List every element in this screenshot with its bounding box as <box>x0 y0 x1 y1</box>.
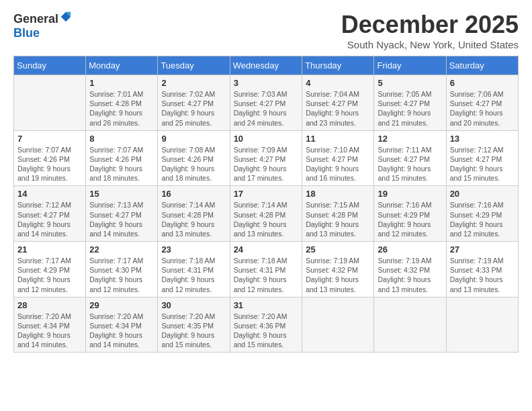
calendar-cell: 12Sunrise: 7:11 AMSunset: 4:27 PMDayligh… <box>374 130 446 186</box>
page-title: December 2025 <box>341 11 519 39</box>
day-info: Sunrise: 7:12 AMSunset: 4:27 PMDaylight:… <box>450 145 515 183</box>
day-number: 19 <box>378 189 442 199</box>
calendar-cell: 31Sunrise: 7:20 AMSunset: 4:36 PMDayligh… <box>230 297 302 353</box>
day-number: 9 <box>161 134 226 144</box>
calendar-cell: 17Sunrise: 7:14 AMSunset: 4:28 PMDayligh… <box>230 186 302 242</box>
day-number: 30 <box>161 300 226 310</box>
calendar-cell: 23Sunrise: 7:18 AMSunset: 4:31 PMDayligh… <box>158 242 230 298</box>
day-info: Sunrise: 7:19 AMSunset: 4:32 PMDaylight:… <box>378 256 442 294</box>
day-info: Sunrise: 7:18 AMSunset: 4:31 PMDaylight:… <box>234 256 299 294</box>
day-info: Sunrise: 7:07 AMSunset: 4:26 PMDaylight:… <box>89 145 154 183</box>
calendar-cell: 14Sunrise: 7:12 AMSunset: 4:27 PMDayligh… <box>14 186 86 242</box>
day-info: Sunrise: 7:10 AMSunset: 4:27 PMDaylight:… <box>306 145 370 183</box>
calendar-cell <box>302 297 374 353</box>
day-number: 12 <box>378 134 442 144</box>
calendar-week-4: 21Sunrise: 7:17 AMSunset: 4:29 PMDayligh… <box>14 242 519 298</box>
day-number: 24 <box>234 244 299 255</box>
calendar-cell: 20Sunrise: 7:16 AMSunset: 4:29 PMDayligh… <box>446 186 518 242</box>
calendar-cell: 15Sunrise: 7:13 AMSunset: 4:27 PMDayligh… <box>86 186 158 242</box>
column-header-sunday: Sunday <box>14 56 86 75</box>
calendar-cell: 11Sunrise: 7:10 AMSunset: 4:27 PMDayligh… <box>302 130 374 186</box>
calendar-cell: 5Sunrise: 7:05 AMSunset: 4:27 PMDaylight… <box>374 75 446 131</box>
day-info: Sunrise: 7:01 AMSunset: 4:28 PMDaylight:… <box>89 89 154 128</box>
day-number: 29 <box>89 300 154 310</box>
column-header-saturday: Saturday <box>446 56 518 75</box>
day-info: Sunrise: 7:17 AMSunset: 4:30 PMDaylight:… <box>89 256 154 294</box>
calendar-cell: 13Sunrise: 7:12 AMSunset: 4:27 PMDayligh… <box>446 130 518 186</box>
calendar-week-3: 14Sunrise: 7:12 AMSunset: 4:27 PMDayligh… <box>14 186 519 242</box>
calendar-cell: 28Sunrise: 7:20 AMSunset: 4:34 PMDayligh… <box>14 297 86 353</box>
day-number: 25 <box>306 244 370 255</box>
calendar-cell: 9Sunrise: 7:08 AMSunset: 4:26 PMDaylight… <box>158 130 230 186</box>
day-info: Sunrise: 7:07 AMSunset: 4:26 PMDaylight:… <box>17 145 82 183</box>
day-number: 7 <box>17 134 82 144</box>
calendar-header-row: SundayMondayTuesdayWednesdayThursdayFrid… <box>14 56 519 75</box>
day-info: Sunrise: 7:20 AMSunset: 4:35 PMDaylight:… <box>161 312 226 350</box>
day-number: 31 <box>234 300 299 310</box>
calendar-cell: 16Sunrise: 7:14 AMSunset: 4:28 PMDayligh… <box>158 186 230 242</box>
column-header-tuesday: Tuesday <box>158 56 230 75</box>
day-info: Sunrise: 7:04 AMSunset: 4:27 PMDaylight:… <box>306 89 370 128</box>
calendar-cell: 2Sunrise: 7:02 AMSunset: 4:27 PMDaylight… <box>158 75 230 131</box>
day-number: 22 <box>89 244 154 255</box>
day-number: 15 <box>89 189 154 199</box>
day-number: 23 <box>161 244 226 255</box>
page-subtitle: South Nyack, New York, United States <box>341 39 519 50</box>
calendar-cell: 30Sunrise: 7:20 AMSunset: 4:35 PMDayligh… <box>158 297 230 353</box>
calendar-cell: 18Sunrise: 7:15 AMSunset: 4:28 PMDayligh… <box>302 186 374 242</box>
day-info: Sunrise: 7:16 AMSunset: 4:29 PMDaylight:… <box>450 200 515 238</box>
calendar-cell: 6Sunrise: 7:06 AMSunset: 4:27 PMDaylight… <box>446 75 518 131</box>
calendar-cell: 7Sunrise: 7:07 AMSunset: 4:26 PMDaylight… <box>14 130 86 186</box>
day-number: 13 <box>450 134 515 144</box>
calendar-cell: 10Sunrise: 7:09 AMSunset: 4:27 PMDayligh… <box>230 130 302 186</box>
day-info: Sunrise: 7:11 AMSunset: 4:27 PMDaylight:… <box>378 145 442 183</box>
logo-blue: Blue <box>13 26 40 40</box>
day-number: 28 <box>17 300 82 310</box>
calendar-cell <box>446 297 518 353</box>
day-number: 21 <box>17 244 82 255</box>
day-info: Sunrise: 7:09 AMSunset: 4:27 PMDaylight:… <box>234 145 299 183</box>
day-info: Sunrise: 7:12 AMSunset: 4:27 PMDaylight:… <box>17 200 82 238</box>
day-info: Sunrise: 7:20 AMSunset: 4:34 PMDaylight:… <box>17 312 82 350</box>
calendar-cell <box>374 297 446 353</box>
day-info: Sunrise: 7:16 AMSunset: 4:29 PMDaylight:… <box>378 200 442 238</box>
day-number: 18 <box>306 189 370 199</box>
day-number: 16 <box>161 189 226 199</box>
day-number: 11 <box>306 134 370 144</box>
column-header-wednesday: Wednesday <box>230 56 302 75</box>
day-number: 17 <box>234 189 299 199</box>
day-info: Sunrise: 7:19 AMSunset: 4:32 PMDaylight:… <box>306 256 370 294</box>
calendar-cell: 8Sunrise: 7:07 AMSunset: 4:26 PMDaylight… <box>86 130 158 186</box>
column-header-friday: Friday <box>374 56 446 75</box>
calendar-table: SundayMondayTuesdayWednesdayThursdayFrid… <box>13 56 519 353</box>
calendar-week-5: 28Sunrise: 7:20 AMSunset: 4:34 PMDayligh… <box>14 297 519 353</box>
day-number: 6 <box>450 78 515 88</box>
day-number: 1 <box>89 78 154 88</box>
day-number: 3 <box>234 78 299 88</box>
logo: General Blue <box>13 11 72 40</box>
day-info: Sunrise: 7:19 AMSunset: 4:33 PMDaylight:… <box>450 256 515 294</box>
day-number: 27 <box>450 244 515 255</box>
logo-icon <box>60 11 72 23</box>
day-info: Sunrise: 7:18 AMSunset: 4:31 PMDaylight:… <box>161 256 226 294</box>
column-header-monday: Monday <box>86 56 158 75</box>
calendar-cell: 1Sunrise: 7:01 AMSunset: 4:28 PMDaylight… <box>86 75 158 131</box>
day-number: 5 <box>378 78 442 88</box>
calendar-cell: 25Sunrise: 7:19 AMSunset: 4:32 PMDayligh… <box>302 242 374 298</box>
day-info: Sunrise: 7:06 AMSunset: 4:27 PMDaylight:… <box>450 89 515 128</box>
calendar-cell: 4Sunrise: 7:04 AMSunset: 4:27 PMDaylight… <box>302 75 374 131</box>
day-info: Sunrise: 7:13 AMSunset: 4:27 PMDaylight:… <box>89 200 154 238</box>
calendar-cell: 26Sunrise: 7:19 AMSunset: 4:32 PMDayligh… <box>374 242 446 298</box>
day-number: 26 <box>378 244 442 255</box>
calendar-week-1: 1Sunrise: 7:01 AMSunset: 4:28 PMDaylight… <box>14 75 519 131</box>
calendar-cell <box>14 75 86 131</box>
day-number: 14 <box>17 189 82 199</box>
calendar-cell: 19Sunrise: 7:16 AMSunset: 4:29 PMDayligh… <box>374 186 446 242</box>
day-info: Sunrise: 7:02 AMSunset: 4:27 PMDaylight:… <box>161 89 226 128</box>
day-info: Sunrise: 7:15 AMSunset: 4:28 PMDaylight:… <box>306 200 370 238</box>
day-info: Sunrise: 7:14 AMSunset: 4:28 PMDaylight:… <box>234 200 299 238</box>
day-info: Sunrise: 7:03 AMSunset: 4:27 PMDaylight:… <box>234 89 299 128</box>
day-info: Sunrise: 7:20 AMSunset: 4:34 PMDaylight:… <box>89 312 154 350</box>
column-header-thursday: Thursday <box>302 56 374 75</box>
day-number: 20 <box>450 189 515 199</box>
